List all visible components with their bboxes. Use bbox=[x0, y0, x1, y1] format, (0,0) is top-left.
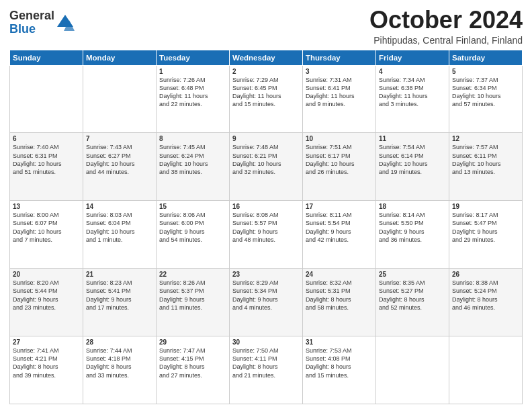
calendar-week-row: 1Sunrise: 7:26 AM Sunset: 6:48 PM Daylig… bbox=[10, 65, 523, 133]
cell-content: Sunrise: 8:20 AM Sunset: 5:44 PM Dayligh… bbox=[13, 279, 80, 312]
calendar-cell: 25Sunrise: 8:35 AM Sunset: 5:27 PM Dayli… bbox=[376, 269, 449, 336]
day-number: 6 bbox=[13, 135, 80, 142]
calendar-cell: 3Sunrise: 7:31 AM Sunset: 6:41 PM Daylig… bbox=[303, 65, 376, 133]
cell-content: Sunrise: 7:29 AM Sunset: 6:45 PM Dayligh… bbox=[232, 76, 300, 109]
day-number: 30 bbox=[232, 338, 300, 346]
day-number: 9 bbox=[232, 135, 300, 142]
cell-content: Sunrise: 7:51 AM Sunset: 6:17 PM Dayligh… bbox=[306, 143, 373, 176]
cell-content: Sunrise: 8:38 AM Sunset: 5:24 PM Dayligh… bbox=[452, 279, 519, 312]
day-number: 23 bbox=[232, 271, 300, 278]
cell-content: Sunrise: 7:50 AM Sunset: 4:11 PM Dayligh… bbox=[232, 347, 300, 379]
cell-content: Sunrise: 8:14 AM Sunset: 5:50 PM Dayligh… bbox=[379, 211, 446, 244]
logo-text: General Blue bbox=[9, 9, 54, 36]
month-title: October 2024 bbox=[369, 7, 523, 34]
calendar-week-row: 27Sunrise: 7:41 AM Sunset: 4:21 PM Dayli… bbox=[10, 336, 523, 404]
cell-content: Sunrise: 8:32 AM Sunset: 5:31 PM Dayligh… bbox=[306, 279, 373, 312]
calendar-day-header: Saturday bbox=[449, 50, 523, 65]
calendar-cell: 7Sunrise: 7:43 AM Sunset: 6:27 PM Daylig… bbox=[83, 133, 157, 201]
calendar-cell: 1Sunrise: 7:26 AM Sunset: 6:48 PM Daylig… bbox=[157, 65, 230, 133]
day-number: 15 bbox=[159, 203, 226, 210]
page: General Blue October 2024 Pihtipudas, Ce… bbox=[0, 0, 532, 411]
calendar-header-row: SundayMondayTuesdayWednesdayThursdayFrid… bbox=[10, 50, 523, 65]
calendar-day-header: Tuesday bbox=[157, 50, 230, 65]
day-number: 29 bbox=[159, 338, 226, 346]
day-number: 26 bbox=[452, 271, 519, 278]
calendar-cell: 4Sunrise: 7:34 AM Sunset: 6:38 PM Daylig… bbox=[376, 65, 449, 133]
day-number: 2 bbox=[232, 68, 300, 75]
calendar-cell: 20Sunrise: 8:20 AM Sunset: 5:44 PM Dayli… bbox=[10, 269, 83, 336]
calendar-cell: 27Sunrise: 7:41 AM Sunset: 4:21 PM Dayli… bbox=[10, 336, 83, 404]
logo-icon bbox=[56, 13, 75, 32]
cell-content: Sunrise: 7:54 AM Sunset: 6:14 PM Dayligh… bbox=[379, 143, 446, 176]
day-number: 27 bbox=[13, 338, 80, 346]
calendar-cell: 16Sunrise: 8:08 AM Sunset: 5:57 PM Dayli… bbox=[230, 201, 303, 269]
calendar-cell: 10Sunrise: 7:51 AM Sunset: 6:17 PM Dayli… bbox=[303, 133, 376, 201]
header: General Blue October 2024 Pihtipudas, Ce… bbox=[9, 7, 523, 46]
calendar-cell: 29Sunrise: 7:47 AM Sunset: 4:15 PM Dayli… bbox=[157, 336, 230, 404]
calendar-day-header: Thursday bbox=[303, 50, 376, 65]
cell-content: Sunrise: 7:40 AM Sunset: 6:31 PM Dayligh… bbox=[13, 143, 80, 176]
calendar-cell: 9Sunrise: 7:48 AM Sunset: 6:21 PM Daylig… bbox=[230, 133, 303, 201]
cell-content: Sunrise: 7:47 AM Sunset: 4:15 PM Dayligh… bbox=[159, 347, 226, 379]
day-number: 10 bbox=[306, 135, 373, 142]
calendar-cell: 11Sunrise: 7:54 AM Sunset: 6:14 PM Dayli… bbox=[376, 133, 449, 201]
logo-general: General bbox=[9, 9, 54, 22]
day-number: 22 bbox=[159, 271, 226, 278]
cell-content: Sunrise: 7:44 AM Sunset: 4:18 PM Dayligh… bbox=[86, 347, 153, 379]
calendar-cell: 14Sunrise: 8:03 AM Sunset: 6:04 PM Dayli… bbox=[83, 201, 157, 269]
title-area: October 2024 Pihtipudas, Central Finland… bbox=[369, 7, 523, 46]
day-number: 19 bbox=[452, 203, 519, 210]
day-number: 13 bbox=[13, 203, 80, 210]
day-number: 24 bbox=[306, 271, 373, 278]
calendar-cell: 24Sunrise: 8:32 AM Sunset: 5:31 PM Dayli… bbox=[303, 269, 376, 336]
cell-content: Sunrise: 8:17 AM Sunset: 5:47 PM Dayligh… bbox=[452, 211, 519, 244]
calendar-cell bbox=[376, 336, 449, 404]
calendar-cell bbox=[83, 65, 157, 133]
cell-content: Sunrise: 7:31 AM Sunset: 6:41 PM Dayligh… bbox=[306, 76, 373, 109]
cell-content: Sunrise: 7:37 AM Sunset: 6:34 PM Dayligh… bbox=[452, 76, 519, 109]
cell-content: Sunrise: 8:00 AM Sunset: 6:07 PM Dayligh… bbox=[13, 211, 80, 244]
calendar-week-row: 20Sunrise: 8:20 AM Sunset: 5:44 PM Dayli… bbox=[10, 269, 523, 336]
calendar-cell: 31Sunrise: 7:53 AM Sunset: 4:08 PM Dayli… bbox=[303, 336, 376, 404]
day-number: 18 bbox=[379, 203, 446, 210]
cell-content: Sunrise: 8:35 AM Sunset: 5:27 PM Dayligh… bbox=[379, 279, 446, 312]
cell-content: Sunrise: 7:26 AM Sunset: 6:48 PM Dayligh… bbox=[159, 76, 226, 109]
cell-content: Sunrise: 8:29 AM Sunset: 5:34 PM Dayligh… bbox=[232, 279, 300, 312]
cell-content: Sunrise: 7:48 AM Sunset: 6:21 PM Dayligh… bbox=[232, 143, 300, 176]
day-number: 8 bbox=[159, 135, 226, 142]
day-number: 16 bbox=[232, 203, 300, 210]
day-number: 17 bbox=[306, 203, 373, 210]
day-number: 5 bbox=[452, 68, 519, 75]
day-number: 25 bbox=[379, 271, 446, 278]
calendar-day-header: Friday bbox=[376, 50, 449, 65]
calendar-cell: 13Sunrise: 8:00 AM Sunset: 6:07 PM Dayli… bbox=[10, 201, 83, 269]
day-number: 20 bbox=[13, 271, 80, 278]
cell-content: Sunrise: 7:34 AM Sunset: 6:38 PM Dayligh… bbox=[379, 76, 446, 109]
calendar-cell: 2Sunrise: 7:29 AM Sunset: 6:45 PM Daylig… bbox=[230, 65, 303, 133]
calendar-cell bbox=[449, 336, 523, 404]
cell-content: Sunrise: 8:08 AM Sunset: 5:57 PM Dayligh… bbox=[232, 211, 300, 244]
cell-content: Sunrise: 7:53 AM Sunset: 4:08 PM Dayligh… bbox=[306, 347, 373, 379]
calendar-day-header: Wednesday bbox=[230, 50, 303, 65]
calendar-cell: 30Sunrise: 7:50 AM Sunset: 4:11 PM Dayli… bbox=[230, 336, 303, 404]
calendar-table: SundayMondayTuesdayWednesdayThursdayFrid… bbox=[9, 50, 523, 404]
calendar-cell: 22Sunrise: 8:26 AM Sunset: 5:37 PM Dayli… bbox=[157, 269, 230, 336]
day-number: 1 bbox=[159, 68, 226, 75]
calendar-week-row: 6Sunrise: 7:40 AM Sunset: 6:31 PM Daylig… bbox=[10, 133, 523, 201]
calendar-cell: 12Sunrise: 7:57 AM Sunset: 6:11 PM Dayli… bbox=[449, 133, 523, 201]
day-number: 31 bbox=[306, 338, 373, 346]
cell-content: Sunrise: 7:41 AM Sunset: 4:21 PM Dayligh… bbox=[13, 347, 80, 379]
calendar-cell bbox=[10, 65, 83, 133]
calendar-cell: 18Sunrise: 8:14 AM Sunset: 5:50 PM Dayli… bbox=[376, 201, 449, 269]
logo-blue: Blue bbox=[9, 22, 36, 36]
day-number: 7 bbox=[86, 135, 153, 142]
cell-content: Sunrise: 8:23 AM Sunset: 5:41 PM Dayligh… bbox=[86, 279, 153, 312]
calendar-cell: 8Sunrise: 7:45 AM Sunset: 6:24 PM Daylig… bbox=[157, 133, 230, 201]
calendar-cell: 15Sunrise: 8:06 AM Sunset: 6:00 PM Dayli… bbox=[157, 201, 230, 269]
day-number: 12 bbox=[452, 135, 519, 142]
calendar-day-header: Sunday bbox=[10, 50, 83, 65]
logo: General Blue bbox=[9, 9, 75, 36]
calendar-cell: 21Sunrise: 8:23 AM Sunset: 5:41 PM Dayli… bbox=[83, 269, 157, 336]
day-number: 14 bbox=[86, 203, 153, 210]
cell-content: Sunrise: 7:57 AM Sunset: 6:11 PM Dayligh… bbox=[452, 143, 519, 176]
